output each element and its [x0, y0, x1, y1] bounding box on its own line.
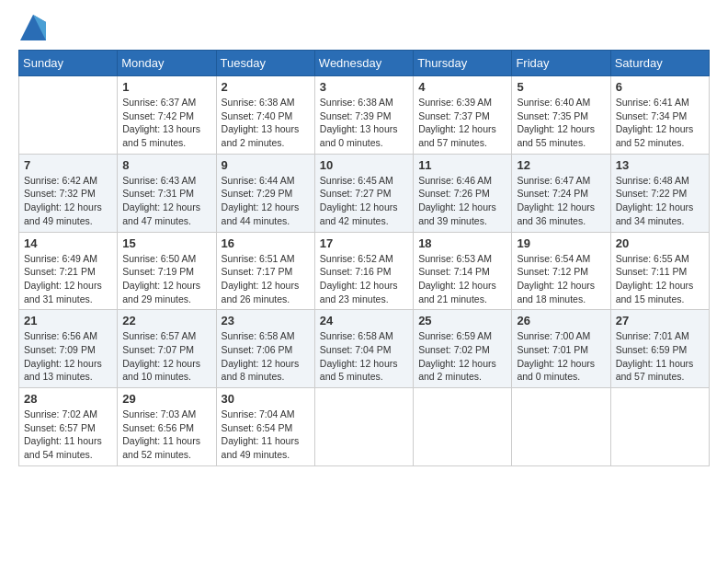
day-info: Sunrise: 6:47 AM Sunset: 7:24 PM Dayligh…	[517, 174, 605, 228]
calendar-cell: 25Sunrise: 6:59 AM Sunset: 7:02 PM Dayli…	[414, 310, 512, 388]
calendar-cell: 29Sunrise: 7:03 AM Sunset: 6:56 PM Dayli…	[118, 388, 216, 466]
calendar-cell: 5Sunrise: 6:40 AM Sunset: 7:35 PM Daylig…	[512, 76, 610, 155]
day-number: 17	[320, 236, 408, 250]
day-number: 27	[616, 314, 704, 327]
calendar-week-row: 14Sunrise: 6:49 AM Sunset: 7:21 PM Dayli…	[19, 232, 710, 310]
calendar-cell: 6Sunrise: 6:41 AM Sunset: 7:34 PM Daylig…	[610, 76, 709, 155]
page-header	[18, 15, 710, 40]
day-info: Sunrise: 6:52 AM Sunset: 7:16 PM Dayligh…	[320, 252, 408, 306]
calendar-cell: 11Sunrise: 6:46 AM Sunset: 7:26 PM Dayli…	[414, 154, 512, 232]
col-header-friday: Friday	[512, 51, 610, 76]
day-number: 30	[222, 392, 310, 406]
calendar-week-row: 21Sunrise: 6:56 AM Sunset: 7:09 PM Dayli…	[19, 310, 710, 388]
day-number: 4	[418, 80, 506, 94]
day-info: Sunrise: 6:38 AM Sunset: 7:39 PM Dayligh…	[320, 96, 408, 150]
calendar-cell: 20Sunrise: 6:55 AM Sunset: 7:11 PM Dayli…	[610, 232, 709, 310]
calendar-week-row: 1Sunrise: 6:37 AM Sunset: 7:42 PM Daylig…	[19, 76, 710, 155]
calendar-cell: 4Sunrise: 6:39 AM Sunset: 7:37 PM Daylig…	[414, 76, 512, 155]
col-header-wednesday: Wednesday	[314, 51, 413, 76]
day-number: 20	[616, 236, 704, 250]
calendar-week-row: 28Sunrise: 7:02 AM Sunset: 6:57 PM Dayli…	[19, 388, 710, 466]
day-info: Sunrise: 6:50 AM Sunset: 7:19 PM Dayligh…	[122, 252, 210, 306]
day-number: 11	[418, 158, 506, 172]
day-info: Sunrise: 6:49 AM Sunset: 7:21 PM Dayligh…	[24, 252, 112, 306]
calendar-cell: 10Sunrise: 6:45 AM Sunset: 7:27 PM Dayli…	[314, 154, 413, 232]
col-header-thursday: Thursday	[414, 51, 512, 76]
day-number: 29	[122, 392, 210, 406]
col-header-sunday: Sunday	[19, 51, 118, 76]
day-number: 3	[320, 80, 408, 94]
day-number: 12	[517, 158, 605, 172]
col-header-monday: Monday	[118, 51, 216, 76]
calendar-cell	[414, 388, 512, 466]
day-number: 18	[418, 236, 506, 250]
calendar-week-row: 7Sunrise: 6:42 AM Sunset: 7:32 PM Daylig…	[19, 154, 710, 232]
calendar-cell: 9Sunrise: 6:44 AM Sunset: 7:29 PM Daylig…	[216, 154, 314, 232]
calendar-cell: 13Sunrise: 6:48 AM Sunset: 7:22 PM Dayli…	[610, 154, 709, 232]
day-number: 7	[24, 158, 112, 172]
day-info: Sunrise: 6:59 AM Sunset: 7:02 PM Dayligh…	[418, 329, 506, 384]
day-info: Sunrise: 6:53 AM Sunset: 7:14 PM Dayligh…	[418, 252, 506, 306]
day-number: 8	[122, 158, 210, 172]
day-number: 28	[24, 392, 112, 406]
calendar-cell	[19, 76, 118, 155]
calendar-cell: 26Sunrise: 7:00 AM Sunset: 7:01 PM Dayli…	[512, 310, 610, 388]
calendar-cell: 27Sunrise: 7:01 AM Sunset: 6:59 PM Dayli…	[610, 310, 709, 388]
day-info: Sunrise: 6:43 AM Sunset: 7:31 PM Dayligh…	[122, 174, 210, 228]
day-number: 21	[24, 314, 112, 327]
calendar-cell: 17Sunrise: 6:52 AM Sunset: 7:16 PM Dayli…	[314, 232, 413, 310]
day-info: Sunrise: 7:03 AM Sunset: 6:56 PM Dayligh…	[122, 408, 210, 462]
calendar-cell: 14Sunrise: 6:49 AM Sunset: 7:21 PM Dayli…	[19, 232, 118, 310]
calendar-cell: 3Sunrise: 6:38 AM Sunset: 7:39 PM Daylig…	[314, 76, 413, 155]
calendar-table: SundayMondayTuesdayWednesdayThursdayFrid…	[18, 50, 710, 466]
day-number: 26	[517, 314, 605, 327]
calendar-header-row: SundayMondayTuesdayWednesdayThursdayFrid…	[19, 51, 710, 76]
day-info: Sunrise: 6:38 AM Sunset: 7:40 PM Dayligh…	[222, 96, 310, 150]
calendar-cell: 24Sunrise: 6:58 AM Sunset: 7:04 PM Dayli…	[314, 310, 413, 388]
day-number: 13	[616, 158, 704, 172]
day-info: Sunrise: 6:48 AM Sunset: 7:22 PM Dayligh…	[616, 174, 704, 228]
calendar-cell	[512, 388, 610, 466]
calendar-cell: 7Sunrise: 6:42 AM Sunset: 7:32 PM Daylig…	[19, 154, 118, 232]
logo	[18, 15, 46, 40]
day-info: Sunrise: 6:45 AM Sunset: 7:27 PM Dayligh…	[320, 174, 408, 228]
day-number: 22	[122, 314, 210, 327]
calendar-cell: 28Sunrise: 7:02 AM Sunset: 6:57 PM Dayli…	[19, 388, 118, 466]
day-number: 10	[320, 158, 408, 172]
day-number: 9	[222, 158, 310, 172]
day-info: Sunrise: 6:51 AM Sunset: 7:17 PM Dayligh…	[222, 252, 310, 306]
day-info: Sunrise: 6:54 AM Sunset: 7:12 PM Dayligh…	[517, 252, 605, 306]
day-info: Sunrise: 6:56 AM Sunset: 7:09 PM Dayligh…	[24, 329, 112, 384]
calendar-cell: 22Sunrise: 6:57 AM Sunset: 7:07 PM Dayli…	[118, 310, 216, 388]
calendar-cell: 15Sunrise: 6:50 AM Sunset: 7:19 PM Dayli…	[118, 232, 216, 310]
day-info: Sunrise: 6:55 AM Sunset: 7:11 PM Dayligh…	[616, 252, 704, 306]
day-number: 24	[320, 314, 408, 327]
day-info: Sunrise: 6:46 AM Sunset: 7:26 PM Dayligh…	[418, 174, 506, 228]
calendar-cell	[314, 388, 413, 466]
day-info: Sunrise: 7:02 AM Sunset: 6:57 PM Dayligh…	[24, 408, 112, 462]
day-number: 6	[616, 80, 704, 94]
day-info: Sunrise: 6:42 AM Sunset: 7:32 PM Dayligh…	[24, 174, 112, 228]
day-number: 5	[517, 80, 605, 94]
day-number: 16	[222, 236, 310, 250]
calendar-cell: 18Sunrise: 6:53 AM Sunset: 7:14 PM Dayli…	[414, 232, 512, 310]
calendar-cell: 16Sunrise: 6:51 AM Sunset: 7:17 PM Dayli…	[216, 232, 314, 310]
day-number: 15	[122, 236, 210, 250]
day-number: 2	[222, 80, 310, 94]
calendar-cell: 19Sunrise: 6:54 AM Sunset: 7:12 PM Dayli…	[512, 232, 610, 310]
col-header-saturday: Saturday	[610, 51, 709, 76]
day-number: 23	[222, 314, 310, 327]
day-info: Sunrise: 6:58 AM Sunset: 7:04 PM Dayligh…	[320, 329, 408, 384]
day-info: Sunrise: 7:01 AM Sunset: 6:59 PM Dayligh…	[616, 329, 704, 384]
calendar-cell: 2Sunrise: 6:38 AM Sunset: 7:40 PM Daylig…	[216, 76, 314, 155]
logo-icon	[20, 15, 46, 40]
day-info: Sunrise: 6:58 AM Sunset: 7:06 PM Dayligh…	[222, 329, 310, 384]
calendar-cell	[610, 388, 709, 466]
calendar-cell: 1Sunrise: 6:37 AM Sunset: 7:42 PM Daylig…	[118, 76, 216, 155]
calendar-cell: 8Sunrise: 6:43 AM Sunset: 7:31 PM Daylig…	[118, 154, 216, 232]
day-info: Sunrise: 6:57 AM Sunset: 7:07 PM Dayligh…	[122, 329, 210, 384]
day-info: Sunrise: 6:41 AM Sunset: 7:34 PM Dayligh…	[616, 96, 704, 150]
day-info: Sunrise: 6:44 AM Sunset: 7:29 PM Dayligh…	[222, 174, 310, 228]
calendar-cell: 30Sunrise: 7:04 AM Sunset: 6:54 PM Dayli…	[216, 388, 314, 466]
day-number: 14	[24, 236, 112, 250]
